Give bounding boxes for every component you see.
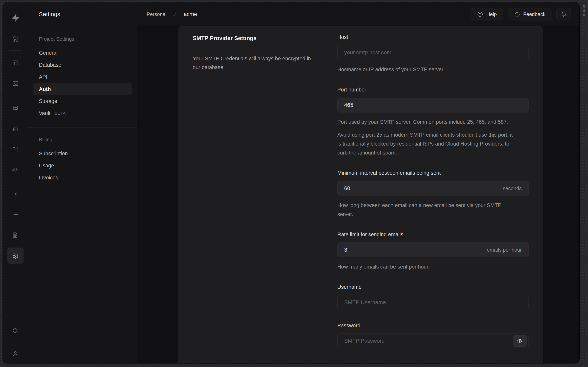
port-input[interactable]	[337, 98, 529, 112]
sidebar-item-general[interactable]: General	[33, 47, 132, 59]
app-window: Settings Project Settings General Databa…	[3, 2, 580, 363]
nav-section-heading: Billing	[33, 133, 132, 146]
sidebar-item-invoices[interactable]: Invoices	[33, 172, 132, 184]
user-profile-icon[interactable]	[7, 345, 24, 362]
host-input[interactable]	[337, 45, 529, 60]
rate-limit-label: Rate limit for sending emails	[337, 231, 529, 238]
breadcrumb-org[interactable]: Personal	[147, 11, 167, 17]
breadcrumb-separator: /	[174, 11, 177, 17]
rail-divider	[9, 94, 22, 94]
logs-icon[interactable]	[7, 206, 24, 223]
feedback-button[interactable]: Feedback	[508, 8, 551, 20]
sidebar-item-auth[interactable]: Auth	[33, 83, 132, 95]
settings-sidebar-header: Settings	[28, 2, 137, 26]
rate-limit-input[interactable]	[337, 242, 529, 257]
host-helper: Hostname or IP address of your SMTP serv…	[337, 65, 516, 74]
smtp-section-title: SMTP Provider Settings	[193, 35, 313, 42]
port-label: Port number	[337, 86, 529, 93]
smtp-settings-card: SMTP Provider Settings Your SMTP Credent…	[178, 26, 543, 363]
help-button[interactable]: Help	[471, 8, 503, 20]
sidebar-item-database[interactable]: Database	[33, 59, 132, 71]
docs-icon[interactable]	[7, 227, 24, 243]
password-label: Password	[337, 322, 529, 329]
notifications-bell-button[interactable]	[556, 8, 571, 20]
eye-icon	[517, 338, 523, 344]
storage-icon[interactable]	[7, 141, 24, 157]
breadcrumb: Personal / acme	[147, 11, 197, 17]
password-field: Password	[337, 322, 529, 348]
table-editor-icon[interactable]	[7, 55, 24, 71]
sidebar-item-subscription[interactable]: Subscription	[33, 148, 132, 159]
sidebar-item-api[interactable]: API	[33, 71, 132, 83]
interval-helper: How long between each email can a new em…	[337, 201, 516, 219]
smtp-card-info: SMTP Provider Settings Your SMTP Credent…	[193, 26, 313, 363]
settings-gear-icon[interactable]	[7, 248, 24, 264]
port-helper-2: Avoid using port 25 as modern SMTP email…	[337, 130, 516, 157]
port-helper-1: Port used by your SMTP server. Common po…	[337, 117, 516, 126]
content-area: SMTP Provider Settings Your SMTP Credent…	[137, 26, 580, 363]
nav-section-heading: Project Settings	[33, 33, 132, 45]
auth-lock-icon[interactable]	[7, 121, 24, 137]
home-icon[interactable]	[7, 31, 24, 47]
window-scrollbar-dots	[583, 5, 586, 16]
sidebar-item-usage[interactable]: Usage	[33, 159, 132, 172]
host-label: Host	[337, 34, 529, 41]
smtp-form: Host Hostname or IP address of your SMTP…	[337, 26, 529, 363]
password-reveal-eye-button[interactable]	[513, 335, 527, 347]
settings-nav: Project Settings General Database API Au…	[28, 26, 137, 184]
rate-limit-field: Rate limit for sending emails emails per…	[337, 231, 529, 271]
username-field: Username	[337, 284, 529, 310]
breadcrumb-project[interactable]: acme	[184, 11, 197, 17]
edge-functions-icon[interactable]	[7, 161, 24, 178]
password-input[interactable]	[337, 334, 529, 348]
search-icon[interactable]	[7, 323, 24, 339]
nav-divider	[28, 127, 137, 128]
rate-limit-helper: How many emails can be sent per hour.	[337, 262, 516, 271]
sql-editor-icon[interactable]	[7, 75, 24, 92]
topbar-actions: Help Feedback	[471, 8, 571, 20]
username-input[interactable]	[337, 295, 529, 310]
main-area: Personal / acme Help Feedback	[137, 2, 580, 363]
port-field: Port number Port used by your SMTP serve…	[337, 86, 529, 157]
host-field: Host Hostname or IP address of your SMTP…	[337, 34, 529, 74]
database-icon[interactable]	[7, 100, 24, 116]
interval-field: Minimum interval between emails being se…	[337, 170, 529, 219]
smtp-section-description: Your SMTP Credentials will always be enc…	[193, 54, 313, 72]
reports-icon[interactable]	[7, 186, 24, 202]
beta-badge: BETA	[55, 107, 66, 119]
page-title: Settings	[39, 11, 60, 17]
feedback-bubble-icon	[514, 11, 520, 17]
username-label: Username	[337, 284, 529, 290]
help-circle-icon	[477, 11, 483, 17]
rail-divider	[9, 182, 22, 182]
supabase-logo-icon[interactable]	[10, 12, 21, 23]
bell-icon	[561, 11, 567, 17]
interval-label: Minimum interval between emails being se…	[337, 170, 529, 176]
settings-sidebar: Settings Project Settings General Databa…	[28, 2, 137, 363]
topbar: Personal / acme Help Feedback	[137, 2, 580, 26]
interval-input[interactable]	[337, 181, 529, 196]
sidebar-item-vault[interactable]: Vault BETA	[33, 107, 132, 119]
icon-rail	[3, 2, 28, 363]
sidebar-item-storage[interactable]: Storage	[33, 95, 132, 107]
